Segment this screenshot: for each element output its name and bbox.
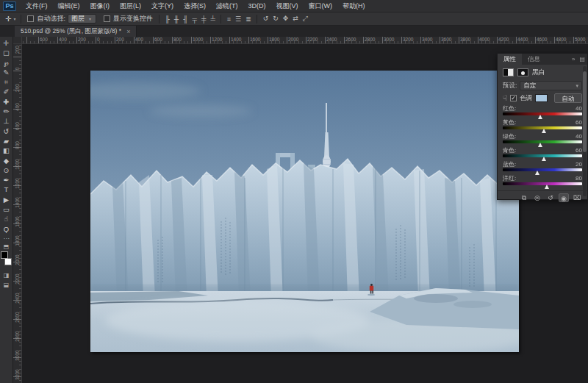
slider-track[interactable]	[503, 126, 582, 132]
distribute-bottom-icon[interactable]: ≣	[244, 15, 254, 23]
clone-stamp-tool[interactable]: ⊥	[1, 116, 12, 126]
color-swatches[interactable]	[1, 251, 12, 268]
slider-track[interactable]	[503, 168, 582, 174]
slider-track[interactable]	[503, 182, 582, 188]
tool-preset-caret-icon[interactable]: ▾	[13, 16, 15, 21]
ruler-label: 1200	[15, 176, 20, 191]
menu-item-9[interactable]: 窗口(W)	[304, 0, 338, 12]
ruler-label: 3000	[384, 37, 394, 42]
crop-tool[interactable]: ⌗	[1, 77, 12, 87]
panel-menu-icon[interactable]: ▤	[577, 54, 587, 65]
tab-properties[interactable]: 属性	[498, 54, 522, 65]
swap-colors-icon[interactable]: ⬒	[1, 242, 12, 250]
slider-handle[interactable]	[538, 115, 542, 119]
slider-handle[interactable]	[535, 171, 539, 175]
preset-label: 预设:	[503, 82, 517, 90]
reset-adjustment-icon[interactable]: ↺	[545, 193, 556, 202]
distribute-top-icon[interactable]: ≡	[225, 15, 232, 23]
menu-item-5[interactable]: 选择(S)	[179, 0, 211, 12]
type-tool[interactable]: T	[1, 185, 12, 194]
align-horizontal-centers-icon[interactable]: ╫	[172, 15, 180, 23]
move-tool[interactable]: ✛	[1, 38, 12, 48]
gradient-tool[interactable]: ◧	[1, 146, 12, 155]
menu-item-8[interactable]: 视图(V)	[271, 0, 304, 12]
preset-dropdown[interactable]: 自定 ▾	[520, 81, 582, 90]
auto-button[interactable]: 自动	[554, 93, 582, 103]
ruler-label: 400	[15, 100, 20, 115]
eyedropper-tool[interactable]: ✐	[1, 87, 12, 96]
slider-handle[interactable]	[545, 185, 549, 189]
slider-value: 80	[576, 175, 582, 182]
collapse-panel-icon[interactable]: »	[570, 54, 577, 65]
lasso-tool[interactable]: ℘	[1, 58, 12, 68]
ruler-label: 1400	[15, 196, 20, 210]
align-left-edges-icon[interactable]: ╟	[163, 15, 171, 23]
background-color-swatch[interactable]	[4, 258, 12, 265]
align-vertical-centers-icon[interactable]: ╪	[200, 15, 208, 23]
tab-info[interactable]: 信息	[522, 54, 546, 65]
brush-tool[interactable]: ✏	[1, 107, 12, 116]
dodge-tool[interactable]: ⊙	[1, 165, 12, 175]
hand-tool[interactable]: ☝	[1, 214, 12, 223]
slider-track[interactable]	[503, 112, 582, 118]
slider-track[interactable]	[503, 140, 582, 146]
tint-color-swatch[interactable]	[535, 94, 548, 102]
distribute-center-icon[interactable]: ☰	[234, 15, 243, 23]
slider-label: 红色:	[503, 105, 516, 112]
menu-item-10[interactable]: 帮助(H)	[337, 0, 370, 12]
panel-scrollbar[interactable]	[583, 66, 587, 196]
eraser-tool[interactable]: ▰	[1, 136, 12, 146]
quick-mask-icon[interactable]: ◨	[1, 271, 12, 279]
path-selection-tool[interactable]: ▶	[1, 195, 12, 204]
align-top-edges-icon[interactable]: ╤	[190, 15, 198, 23]
document-tab[interactable]: 510.psd @ 25% (黑白, 图层蒙版/8) * ×	[15, 26, 137, 37]
3d-scale-icon[interactable]: ⤢	[301, 15, 309, 23]
targeted-adjustment-icon[interactable]: ☟	[503, 94, 507, 102]
marquee-tool[interactable]: ▢	[1, 48, 12, 57]
slider-handle[interactable]	[538, 143, 542, 147]
auto-select-target-dropdown[interactable]: 图层 ▾	[68, 14, 96, 24]
menu-item-3[interactable]: 图层(L)	[115, 0, 146, 12]
scrollbar-thumb[interactable]	[583, 71, 587, 152]
show-transform-checkbox[interactable]	[104, 15, 110, 22]
tint-checkbox[interactable]: ✓	[510, 95, 517, 101]
3d-drag-icon[interactable]: ✥	[281, 15, 290, 23]
align-right-edges-icon[interactable]: ╢	[182, 15, 190, 23]
delete-adjustment-icon[interactable]: ⌧	[572, 193, 582, 202]
ruler-label: 600	[40, 37, 48, 42]
slider-label: 黄色:	[503, 119, 516, 126]
edit-toolbar-icon[interactable]: ⋯	[1, 234, 12, 242]
menu-item-7[interactable]: 3D(D)	[243, 0, 271, 12]
shape-tool[interactable]: ▭	[1, 204, 12, 214]
quick-selection-tool[interactable]: ✎	[1, 68, 12, 77]
clip-to-layer-icon[interactable]: ⧉	[519, 193, 529, 202]
slider-track[interactable]	[503, 154, 582, 160]
pen-tool[interactable]: ✒	[1, 175, 12, 185]
slider-handle[interactable]	[542, 129, 546, 133]
history-brush-tool[interactable]: ↺	[1, 126, 12, 136]
visibility-eye-icon[interactable]: ◉	[559, 193, 569, 202]
close-tab-icon[interactable]: ×	[126, 28, 130, 35]
foreground-color-swatch[interactable]	[1, 251, 8, 259]
ruler-label: 5000	[575, 37, 585, 42]
document-canvas[interactable]	[90, 71, 519, 352]
menu-item-2[interactable]: 图像(I)	[85, 0, 115, 12]
view-previous-state-icon[interactable]: ◎	[532, 193, 542, 202]
auto-select-checkbox[interactable]	[27, 15, 34, 22]
blur-tool[interactable]: ◆	[1, 156, 12, 165]
menu-item-4[interactable]: 文字(Y)	[146, 0, 179, 12]
black-white-adjustment-icon	[503, 68, 514, 76]
screen-mode-icon[interactable]: ⬓	[1, 280, 12, 288]
adjustment-header: 黑白	[498, 65, 587, 79]
slider-handle[interactable]	[542, 157, 546, 161]
zoom-tool[interactable]: Ϙ	[1, 224, 12, 234]
align-bottom-edges-icon[interactable]: ╧	[209, 15, 217, 23]
3d-roll-icon[interactable]: ↻	[271, 15, 281, 23]
menu-item-1[interactable]: 编辑(E)	[53, 0, 85, 12]
3d-rotate-icon[interactable]: ↺	[261, 15, 270, 23]
frozen-city-image	[90, 71, 519, 352]
3d-slide-icon[interactable]: ⇄	[291, 15, 301, 23]
menu-item-0[interactable]: 文件(F)	[21, 0, 53, 12]
menu-item-6[interactable]: 滤镜(T)	[211, 0, 243, 12]
healing-brush-tool[interactable]: ✚	[1, 97, 12, 107]
